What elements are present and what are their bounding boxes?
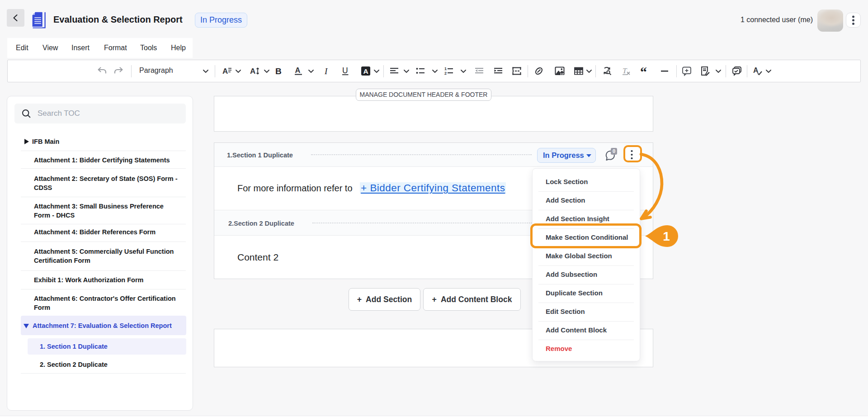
svg-text:A: A (363, 67, 368, 75)
svg-text:T: T (623, 66, 627, 75)
svg-text:A: A (250, 67, 255, 76)
svg-text:1: 1 (663, 229, 670, 243)
svg-text:A: A (222, 67, 228, 76)
svg-text:A: A (753, 66, 759, 74)
svg-text:B: B (275, 66, 282, 76)
svg-text:“: “ (640, 66, 647, 76)
svg-text:A: A (295, 66, 301, 74)
svg-text:U: U (342, 66, 348, 75)
svg-text:1: 1 (444, 66, 447, 71)
svg-text:2: 2 (444, 71, 447, 76)
svg-text:I: I (324, 66, 328, 76)
